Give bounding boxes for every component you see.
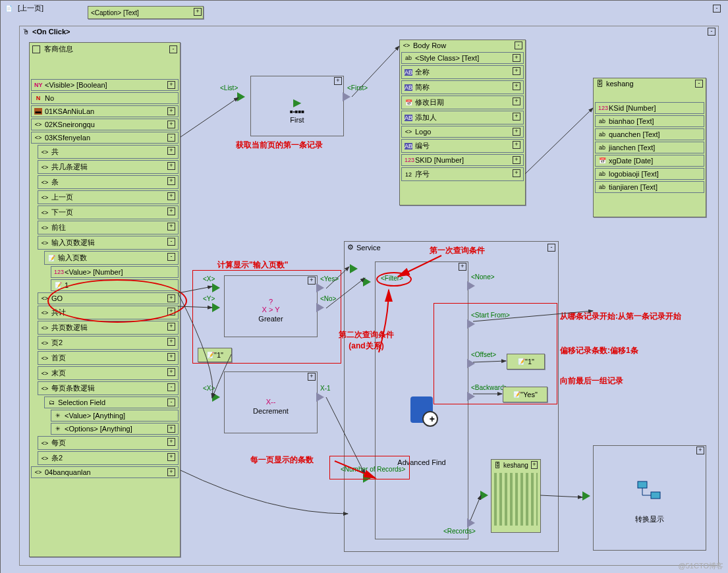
quancheng[interactable]: AB全称+ bbox=[401, 65, 524, 79]
decrement-node[interactable]: + X-- Decrement bbox=[224, 371, 318, 433]
greater-node[interactable]: + ? X > Y Greater bbox=[224, 275, 318, 337]
bianhao[interactable]: AB编号+ bbox=[401, 139, 524, 153]
styleclass[interactable]: ab<Style Class> [Text]+ bbox=[401, 52, 524, 64]
collapse-icon[interactable]: - bbox=[708, 28, 715, 36]
value-number[interactable]: 123<Value> [Number] bbox=[51, 266, 179, 278]
item-tiao2[interactable]: <>条2+ bbox=[38, 451, 179, 465]
convert-node[interactable]: + 转换显示 bbox=[593, 445, 706, 551]
onclick-pane: 🖱 <On Click> - 客商信息 - NY<Visible> [Boole… bbox=[19, 26, 719, 566]
item-next[interactable]: <>下一页+ bbox=[38, 205, 179, 219]
node-03[interactable]: <>03KSfenyeIan- bbox=[31, 132, 179, 144]
bodyrow-panel: <>Body Row- ab<Style Class> [Text]+ AB全称… bbox=[399, 40, 526, 205]
greater-anno: 计算显示"输入页数" bbox=[217, 259, 288, 271]
plus-icon[interactable]: + bbox=[334, 77, 342, 85]
plus-icon[interactable]: + bbox=[167, 121, 175, 128]
skid[interactable]: 123SKID [Number]+ bbox=[401, 154, 524, 166]
item-goto[interactable]: <>前往+ bbox=[38, 221, 179, 234]
visible-field[interactable]: NY<Visible> [Boolean]+ bbox=[31, 79, 179, 91]
n2-label: 02KSneirongqu bbox=[45, 121, 95, 128]
xuhao[interactable]: 12序号+ bbox=[401, 167, 524, 181]
params-redbox bbox=[434, 303, 557, 404]
perpage-logic[interactable]: <>每页条数逻辑- bbox=[38, 381, 179, 395]
plus-icon[interactable]: + bbox=[167, 81, 175, 89]
bodyrow-title: Body Row bbox=[413, 41, 446, 49]
first-node[interactable]: + ▶ ■•■■■ First bbox=[250, 76, 344, 136]
in-port[interactable] bbox=[237, 92, 245, 101]
caption-field[interactable]: <Caption> [Text] + bbox=[88, 6, 204, 19]
xgdate-t[interactable]: 📅xgDate [Date] bbox=[595, 155, 704, 167]
expr-label: X > Y bbox=[262, 306, 279, 314]
dec-out-port[interactable] bbox=[316, 393, 324, 402]
collapse-icon[interactable]: - bbox=[713, 5, 721, 13]
plus-icon[interactable]: + bbox=[167, 107, 175, 115]
keshang-title: keshang bbox=[606, 80, 634, 88]
item-prev[interactable]: <>上一页+ bbox=[38, 190, 179, 204]
svg-rect-1 bbox=[651, 492, 660, 499]
onclick-label: <On Click> bbox=[32, 28, 70, 36]
sidebar-title: 客商信息 bbox=[44, 44, 73, 54]
sidebar-header: 客商信息 - bbox=[30, 43, 180, 55]
out-port[interactable] bbox=[343, 92, 350, 101]
tianjiaren[interactable]: AB添加人+ bbox=[401, 111, 524, 124]
node-04[interactable]: <>04banquanlan+ bbox=[31, 466, 179, 478]
x-port[interactable] bbox=[212, 283, 220, 292]
header: 📄 [上一页] bbox=[5, 3, 43, 13]
value-anything[interactable]: ✳<Value> [Anything] bbox=[51, 410, 179, 422]
q-label: ? bbox=[269, 298, 273, 306]
panel-icon bbox=[32, 45, 40, 53]
item-first[interactable]: <>首页+ bbox=[38, 351, 179, 365]
keshang-panel: 🗄keshang- 123KSid [Number] abbianhao [Te… bbox=[593, 78, 706, 217]
jiancheng[interactable]: AB简称+ bbox=[401, 80, 524, 94]
y-port[interactable] bbox=[212, 303, 220, 312]
event-icon: 🖱 bbox=[22, 28, 30, 36]
logobiaoji[interactable]: ablogobiaoji [Text] bbox=[595, 168, 704, 180]
input-page[interactable]: 📝输入页数- bbox=[44, 251, 179, 265]
node-01[interactable]: ▬01KSAnNiuLan+ bbox=[31, 105, 179, 117]
keshang-thumb[interactable]: 🗄keshang+ bbox=[491, 459, 541, 533]
db-search-icon bbox=[410, 396, 433, 423]
no-port[interactable] bbox=[316, 303, 324, 312]
tianjiaren-t[interactable]: abtianjiaren [Text] bbox=[595, 181, 704, 193]
item-perpage[interactable]: <>每页+ bbox=[38, 436, 179, 450]
item-gong[interactable]: <>共+ bbox=[38, 145, 179, 159]
flow-icon bbox=[636, 480, 663, 501]
const-one-tag[interactable]: 📝"1" bbox=[198, 348, 232, 362]
collapse-icon[interactable]: - bbox=[169, 45, 177, 53]
item-page2[interactable]: <>页2+ bbox=[38, 336, 179, 350]
n4-label: 04banquanlan bbox=[45, 468, 91, 476]
onclick-header: 🖱 <On Click> - bbox=[20, 26, 718, 37]
ksid[interactable]: 123KSid [Number] bbox=[595, 102, 704, 114]
selection-field[interactable]: 🗂Selection Field- bbox=[44, 396, 179, 408]
bianhao-t[interactable]: abbianhao [Text] bbox=[595, 115, 704, 127]
collapse-icon[interactable]: - bbox=[515, 41, 522, 49]
input-ellipse bbox=[47, 279, 187, 323]
yes-port[interactable] bbox=[316, 283, 324, 292]
first-port: <First> bbox=[347, 84, 368, 92]
svg-rect-0 bbox=[638, 481, 647, 488]
item-last[interactable]: <>末页+ bbox=[38, 366, 179, 380]
numrec-redbox bbox=[329, 456, 410, 479]
item-totalpage-logic[interactable]: <>共页数逻辑+ bbox=[38, 321, 179, 335]
options-anything[interactable]: ✳<Options> [Anything]+ bbox=[51, 423, 179, 435]
no-label: No bbox=[45, 94, 54, 102]
quanchen[interactable]: abquanchen [Text] bbox=[595, 128, 704, 140]
no-field[interactable]: NNo bbox=[31, 92, 179, 104]
xgdate[interactable]: 📅修改日期+ bbox=[401, 96, 524, 109]
node-02[interactable]: <>02KSneirongqu+ bbox=[31, 119, 179, 130]
db-icon: 🗄 bbox=[596, 80, 603, 88]
dec-x-port[interactable] bbox=[212, 393, 220, 402]
filter-ellipse bbox=[376, 272, 412, 286]
play-icon: ▶ bbox=[293, 96, 301, 109]
input-logic[interactable]: <>输入页数逻辑- bbox=[38, 236, 179, 250]
logo[interactable]: <>Logo+ bbox=[401, 126, 524, 138]
n1-label: 01KSAnNiuLan bbox=[45, 107, 94, 115]
visible-label: <Visible> [Boolean] bbox=[45, 81, 107, 89]
greater-title: Greater bbox=[257, 314, 284, 324]
item-total-logic[interactable]: <>共几条逻辑+ bbox=[38, 160, 179, 174]
jianchen[interactable]: abjianchen [Text] bbox=[595, 142, 704, 153]
prev-page-label: [上一页] bbox=[18, 3, 43, 13]
item-tiao[interactable]: <>条+ bbox=[38, 175, 179, 189]
gear-icon: ⚙ bbox=[347, 243, 354, 252]
plus-icon[interactable]: + bbox=[194, 8, 202, 16]
collapse-icon[interactable]: - bbox=[167, 134, 175, 142]
